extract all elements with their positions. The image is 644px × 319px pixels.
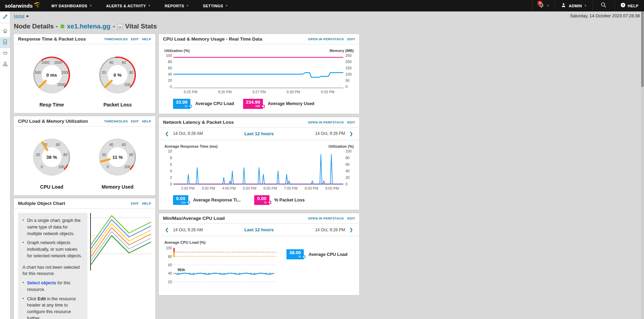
edit-link[interactable]: EDIT <box>131 201 139 205</box>
notifications-button[interactable]: 4 ▼ <box>532 0 555 11</box>
breadcrumb-caret-icon: ▶ <box>27 14 29 18</box>
sample-multiline-chart <box>90 213 151 319</box>
y-tick: 40 <box>345 169 350 173</box>
chevron-down-icon: ▼ <box>584 4 587 7</box>
y-tick: 80 <box>168 255 172 259</box>
widget-title: CPU Load & Memory Usage - Real Time Data <box>163 36 262 42</box>
range-label-link[interactable]: Last 12 hours <box>206 131 312 136</box>
breadcrumb-home-link[interactable]: Home <box>14 14 25 18</box>
range-start-date: 14 Oct, 9:28 AM <box>173 131 203 136</box>
search-button[interactable] <box>592 0 615 11</box>
edit-link[interactable]: EDIT <box>347 120 355 124</box>
y-tick: 60 <box>168 66 172 70</box>
solarwinds-logo[interactable]: solarwinds <box>0 0 44 11</box>
page-title: Node Details - xe1.helena.gg - Vital Sta… <box>10 20 644 34</box>
gauge-dial: 0204060801000 % <box>95 52 140 99</box>
nav-right-group: 4 ▼ ADMIN ▼ <box>532 0 644 11</box>
edit-link[interactable]: EDIT <box>131 37 139 41</box>
help-link[interactable]: HELP <box>142 201 151 205</box>
gauge-value: 0 % <box>113 72 121 78</box>
edit-link[interactable]: EDIT <box>131 119 139 123</box>
widget-title: Multiple Object Chart <box>18 201 65 206</box>
svg-text:60: 60 <box>122 60 126 64</box>
y-tick: 150 <box>345 66 352 70</box>
x-tick: 5:00 PM <box>243 186 256 190</box>
help-button[interactable]: ? HELP <box>615 0 644 11</box>
svg-text:100: 100 <box>59 165 65 169</box>
y-tick: 40 <box>168 271 172 275</box>
legend-value-badge: 234.99 MB <box>243 99 263 109</box>
help-link[interactable]: HELP <box>142 119 151 123</box>
ethernet-port-icon <box>2 50 8 57</box>
widget-title: CPU Load & Memory Utilization <box>18 119 88 124</box>
sidebar-item-interfaces[interactable] <box>0 48 10 59</box>
y-tick: 100 <box>345 72 352 76</box>
range-end-date: 14 Oct, 9:28 PM <box>315 131 345 136</box>
gauge-dial: 02040608010038 % <box>29 134 75 181</box>
open-in-perfstack-link[interactable]: OPEN IN PERFSTACK <box>308 37 344 41</box>
select-objects-link[interactable]: Select objects <box>27 281 56 285</box>
range-label-link[interactable]: Last 12 hours <box>206 227 312 232</box>
x-tick: 9:00 PM <box>325 186 339 190</box>
vital-stats-icon <box>118 24 123 29</box>
y-tick: 0 <box>170 85 172 89</box>
y-tick: 60 <box>168 263 172 267</box>
open-in-perfstack-link[interactable]: OPEN IN PERFSTACK <box>308 120 344 124</box>
legend-average-response-time: 0.00 ms Average Response Ti... <box>173 195 245 205</box>
menu-reports[interactable]: REPORTS▼ <box>158 0 196 11</box>
next-range-chevron-icon[interactable]: ❯ <box>348 227 354 232</box>
y-tick: 0 <box>345 85 347 89</box>
gauge-label: Resp Time <box>40 102 64 107</box>
svg-text:2500: 2500 <box>58 83 66 87</box>
thresholds-link[interactable]: THRESHOLDS <box>104 119 128 123</box>
y-tick: 100 <box>166 53 172 58</box>
title-view-name: Vital Stats <box>125 23 157 30</box>
breadcrumb: Home ▶ Saturday, 14 October 2023 07:28:3… <box>10 11 644 20</box>
legend-value-badge: 0.00 % <box>254 195 269 205</box>
widget-realtime-cpu-memory: CPU Load & Memory Usage - Real Time Data… <box>158 34 360 114</box>
next-range-chevron-icon[interactable]: ❯ <box>348 131 354 136</box>
scrollbar-thumb[interactable] <box>641 11 644 87</box>
svg-text:20: 20 <box>102 153 106 157</box>
y-tick: 100 <box>166 246 172 250</box>
legend-value-badge: 33.00 % <box>173 99 190 109</box>
thresholds-link[interactable]: THRESHOLDS <box>104 37 128 41</box>
help-link[interactable]: HELP <box>142 37 151 41</box>
svg-text:1000: 1000 <box>41 60 50 64</box>
series-marker-circle <box>187 201 190 204</box>
widget-title: Network Latency & Packet Loss <box>163 120 234 125</box>
previous-range-chevron-icon[interactable]: ❮ <box>164 131 170 136</box>
svg-text:20: 20 <box>102 70 106 75</box>
chevron-down-icon: ▼ <box>89 4 92 7</box>
menu-settings[interactable]: SETTINGS▼ <box>196 0 235 11</box>
svg-text:80: 80 <box>129 153 134 157</box>
y-tick: 0 <box>170 182 172 186</box>
vertical-scrollbar[interactable] <box>641 11 644 319</box>
svg-text:60: 60 <box>56 143 60 147</box>
percentile-label: 95th <box>178 268 185 272</box>
legend-value-badge: 38.00 % <box>286 249 304 259</box>
x-tick: 9:29 PM <box>321 90 334 94</box>
svg-text:2000: 2000 <box>61 70 70 75</box>
left-y-axis-ticks: 1086420 <box>164 151 173 185</box>
sidebar-item-topology[interactable] <box>0 59 10 70</box>
sidebar-item-reports[interactable] <box>0 37 10 48</box>
edit-page-button[interactable] <box>0 11 10 23</box>
x-tick: 4:00 PM <box>222 186 236 190</box>
edit-link[interactable]: EDIT <box>347 216 355 220</box>
edit-link[interactable]: EDIT <box>347 37 355 41</box>
open-in-perfstack-link[interactable]: OPEN IN PERFSTACK <box>308 216 344 220</box>
widget-response-time-packet-loss: Response Time & Packet Loss THRESHOLDS E… <box>14 34 156 113</box>
user-menu-button[interactable]: ADMIN ▼ <box>555 0 592 11</box>
y-tick: 250 <box>345 53 352 58</box>
menu-my-dashboards[interactable]: MY DASHBOARDS▼ <box>44 0 99 11</box>
time-range-navigator: ❮ 14 Oct, 9:28 AM Last 12 hours 14 Oct, … <box>159 128 359 140</box>
y-tick: 60 <box>345 162 350 166</box>
previous-range-chevron-icon[interactable]: ❮ <box>164 227 170 232</box>
menu-alerts-activity[interactable]: ALERTS & ACTIVITY▼ <box>99 0 158 11</box>
sidebar-item-home[interactable] <box>0 26 10 37</box>
svg-text:100: 100 <box>124 165 131 169</box>
chevron-down-icon: ▼ <box>547 4 549 7</box>
x-tick: 9:25 PM <box>184 90 197 94</box>
node-name-link[interactable]: xe1.helena.gg <box>67 23 111 30</box>
